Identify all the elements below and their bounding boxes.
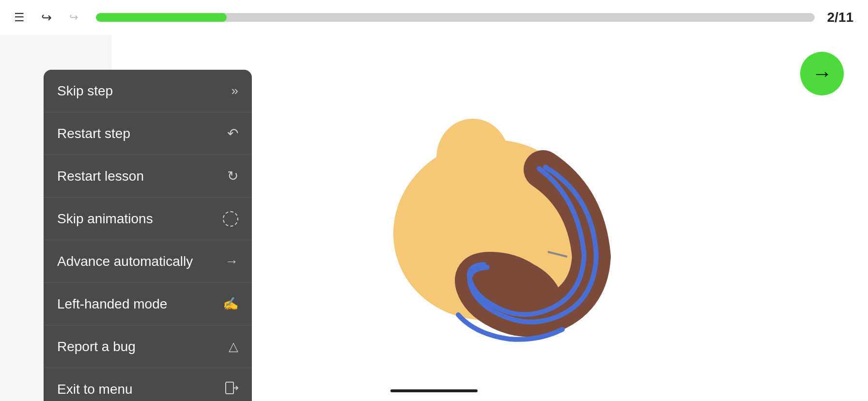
menu-item-report-bug[interactable]: Report a bug △ — [44, 325, 252, 368]
skip-forward-icon: » — [232, 83, 238, 98]
menu-item-restart-step[interactable]: Restart step ↶ — [44, 112, 252, 155]
menu-item-exit-to-menu[interactable]: Exit to menu — [44, 368, 252, 401]
anatomy-illustration — [364, 92, 616, 344]
progress-label: 2/11 — [827, 10, 854, 25]
svg-point-1 — [436, 119, 509, 196]
hamburger-menu-button[interactable]: ☰ — [10, 8, 29, 27]
top-bar: ☰ ↩ ↪ 2/11 — [0, 0, 868, 35]
next-arrow-icon: → — [812, 62, 832, 85]
dropdown-menu: Skip step » Restart step ↶ Restart lesso… — [44, 70, 252, 401]
left-hand-icon: ✍ — [223, 296, 238, 311]
bug-report-icon: △ — [229, 339, 238, 354]
back-button[interactable]: ↩ — [37, 8, 56, 27]
progress-bar-fill — [96, 13, 227, 22]
redo-button[interactable]: ↪ — [64, 8, 83, 27]
menu-item-advance-automatically[interactable]: Advance automatically → — [44, 240, 252, 283]
svg-rect-3 — [226, 382, 233, 394]
home-indicator — [390, 389, 478, 392]
restart-step-icon: ↶ — [227, 125, 238, 141]
main-content: → Skip step » Restart step ↶ Restart les… — [0, 35, 868, 401]
next-button[interactable]: → — [800, 52, 844, 95]
skip-animations-icon — [223, 211, 238, 227]
redo-icon: ↪ — [69, 11, 78, 24]
menu-item-restart-lesson[interactable]: Restart lesson ↻ — [44, 155, 252, 198]
progress-bar-container — [96, 13, 815, 22]
advance-auto-icon: → — [225, 254, 238, 269]
restart-lesson-icon: ↻ — [227, 168, 238, 184]
menu-item-skip-animations[interactable]: Skip animations — [44, 198, 252, 240]
back-arrow-icon: ↩ — [41, 10, 52, 25]
menu-item-left-handed-mode[interactable]: Left-handed mode ✍ — [44, 283, 252, 325]
menu-item-skip-step[interactable]: Skip step » — [44, 70, 252, 112]
hamburger-icon: ☰ — [14, 12, 25, 23]
exit-icon — [225, 381, 238, 398]
